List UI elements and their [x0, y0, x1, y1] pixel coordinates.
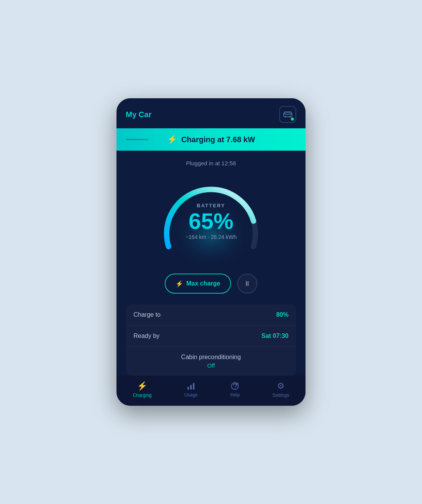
svg-rect-5	[187, 387, 189, 390]
usage-nav-label: Usage	[184, 392, 198, 398]
charging-nav-icon: ⚡	[137, 381, 147, 391]
svg-rect-0	[284, 113, 292, 117]
nav-item-usage[interactable]: Usage	[184, 381, 198, 398]
help-nav-label: Help	[230, 392, 240, 398]
settings-panel: Charge to 80% Ready by Sat 07:30 Cabin p…	[126, 304, 296, 376]
charge-to-label: Charge to	[133, 311, 160, 318]
banner-progress-bar	[126, 139, 149, 140]
battery-percent: 65%	[186, 210, 237, 232]
svg-point-9	[235, 388, 235, 389]
ready-by-row[interactable]: Ready by Sat 07:30	[126, 326, 296, 347]
gauge-labels: BATTERY 65% ~164 km · 26.24 kWh	[186, 203, 237, 240]
cabin-label: Cabin preconditioning	[181, 354, 241, 361]
main-content: Plugged in at 12:58	[116, 151, 306, 376]
settings-nav-label: Settings	[272, 393, 289, 398]
svg-rect-6	[190, 385, 192, 390]
plugged-in-text: Plugged in at 12:58	[126, 160, 296, 166]
max-charge-button[interactable]: ⚡ Max charge	[165, 274, 231, 294]
bolt-icon: ⚡	[167, 134, 177, 144]
max-charge-label: Max charge	[186, 280, 220, 287]
ready-by-label: Ready by	[133, 333, 160, 339]
charging-nav-label: Charging	[133, 393, 152, 398]
nav-item-help[interactable]: Help	[230, 381, 240, 398]
nav-item-charging[interactable]: ⚡ Charging	[133, 381, 152, 398]
pause-button[interactable]: ⏸	[237, 274, 257, 294]
svg-point-2	[285, 116, 286, 118]
help-nav-icon	[230, 381, 240, 391]
app-header: My Car	[116, 98, 306, 128]
charging-banner: ⚡ Charging at 7.68 kW	[116, 128, 306, 151]
cabin-value: Off	[207, 362, 215, 369]
ready-by-value: Sat 07:30	[262, 333, 289, 339]
battery-gauge: BATTERY 65% ~164 km · 26.24 kWh	[126, 177, 296, 262]
battery-info: ~164 km · 26.24 kWh	[186, 234, 237, 240]
nav-item-settings[interactable]: ⚙ Settings	[272, 381, 289, 398]
settings-nav-icon: ⚙	[277, 381, 285, 391]
action-buttons: ⚡ Max charge ⏸	[126, 274, 296, 294]
charge-to-value: 80%	[276, 311, 289, 318]
battery-label: BATTERY	[186, 203, 237, 208]
car-display-icon[interactable]	[279, 106, 296, 123]
svg-point-11	[237, 383, 238, 384]
pause-icon: ⏸	[244, 280, 251, 288]
cabin-preconditioning-row[interactable]: Cabin preconditioning Off	[126, 347, 296, 376]
usage-nav-icon	[186, 381, 196, 391]
app-title: My Car	[126, 110, 152, 119]
svg-point-3	[289, 116, 291, 118]
bottom-navigation: ⚡ Charging Usage Help ⚙ Settings	[116, 376, 306, 406]
charge-to-row[interactable]: Charge to 80%	[126, 304, 296, 326]
status-dot	[291, 118, 294, 121]
svg-rect-7	[193, 383, 194, 390]
phone-frame: My Car ⚡ Charging at 7.68 kW Plugged in …	[116, 98, 306, 406]
max-charge-bolt-icon: ⚡	[176, 280, 183, 287]
charging-status-text: Charging at 7.68 kW	[181, 135, 255, 144]
